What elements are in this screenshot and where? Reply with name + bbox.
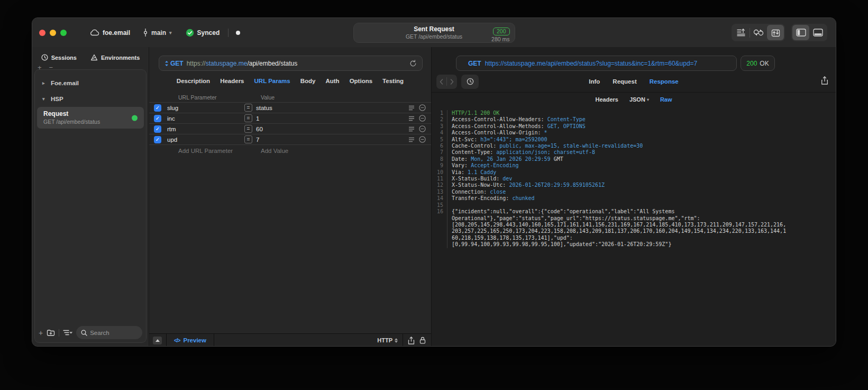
tab-environments[interactable]: Environments [90, 54, 140, 61]
line-number: 9 [432, 162, 447, 169]
tab-url-params[interactable]: URL Params [254, 78, 290, 84]
equals-icon: = [244, 104, 252, 112]
tree-item-label: Foe.email [51, 80, 79, 86]
project-menu[interactable]: foe.email [90, 29, 130, 37]
add-folder-button[interactable] [47, 329, 55, 336]
line-text [447, 202, 452, 208]
code-line: 11X-Status-Build: dev [432, 176, 836, 182]
tree-item-foe-email[interactable]: ▸ Foe.email [35, 76, 146, 90]
param-checkbox[interactable]: ✓ [154, 115, 161, 122]
tab-auth[interactable]: Auth [325, 78, 339, 84]
code-line: [0,99.94,100,99.93,99.98,99.95,100],"upd… [432, 241, 836, 248]
tab-request[interactable]: Request [613, 78, 636, 85]
tree-item-label: HSP [51, 96, 63, 102]
drag-handle-icon[interactable] [408, 126, 415, 132]
remove-param-icon[interactable] [419, 115, 426, 122]
add-value-button[interactable]: Add Value [261, 148, 431, 154]
param-checkbox[interactable]: ✓ [154, 125, 161, 133]
history-button[interactable] [461, 75, 479, 89]
response-tabs: InfoRequestResponse [589, 78, 678, 85]
sort-options-button[interactable] [63, 330, 72, 335]
param-value-field[interactable]: 7 [256, 137, 408, 143]
code-line: 10Via: 1.1 Caddy [432, 169, 836, 176]
drag-handle-icon[interactable] [408, 137, 415, 142]
url-host[interactable]: statuspage.me [206, 60, 248, 67]
tab-testing[interactable]: Testing [382, 78, 404, 84]
sync-status[interactable]: Synced [186, 29, 220, 37]
protocol-selector[interactable]: HTTP [377, 337, 398, 343]
close-window-button[interactable] [39, 30, 45, 36]
line-text: HTTP/1.1 200 OK [447, 110, 499, 116]
tab-body[interactable]: Body [300, 78, 316, 84]
toggle-bottom-panel-button[interactable] [809, 25, 826, 40]
line-text: Connection: close [447, 189, 506, 195]
tab-environments-label: Environments [101, 55, 140, 61]
line-text: Access-Control-Allow-Headers: Content-Ty… [447, 116, 586, 123]
line-number: 11 [432, 176, 447, 182]
tab-headers[interactable]: Headers [220, 78, 244, 84]
line-text: Date: Mon, 26 Jan 2026 20:29:59 GMT [447, 156, 563, 162]
line-number: 16 [432, 208, 447, 215]
param-value-field[interactable]: status [256, 105, 408, 111]
search-input[interactable]: Search [76, 326, 142, 339]
tab-options[interactable]: Options [350, 78, 372, 84]
drag-handle-icon[interactable] [408, 116, 415, 121]
subtab-headers[interactable]: Headers [595, 96, 618, 103]
tab-info[interactable]: Info [589, 78, 600, 85]
remove-param-icon[interactable] [419, 136, 426, 143]
share-request-button[interactable] [408, 337, 415, 344]
import-export-button[interactable] [767, 25, 784, 40]
line-number [432, 235, 447, 241]
forward-button[interactable] [447, 79, 457, 85]
request-method[interactable]: GET [170, 60, 184, 67]
line-number: 10 [432, 169, 447, 176]
response-raw-view: 1HTTP/1.1 200 OK2Access-Control-Allow-He… [432, 110, 836, 248]
line-number [432, 241, 447, 248]
param-checkbox[interactable]: ✓ [154, 104, 161, 112]
add-request-button[interactable]: + [39, 329, 43, 337]
request-footer-bar: </> Preview HTTP [149, 333, 431, 347]
branch-selector[interactable]: main ▾ [143, 29, 172, 37]
export-response-button[interactable] [821, 76, 828, 87]
drag-handle-icon[interactable] [408, 105, 415, 111]
minimize-window-button[interactable] [50, 30, 56, 36]
code-line: 8Date: Mon, 26 Jan 2026 20:29:59 GMT [432, 156, 836, 162]
toggle-sidebar-button[interactable] [792, 25, 809, 40]
lock-button[interactable] [419, 337, 426, 344]
line-number: 15 [432, 202, 447, 208]
project-name: foe.email [103, 29, 130, 37]
add-url-parameter-button[interactable]: Add URL Parameter [149, 148, 261, 154]
request-url-bar[interactable]: GET https://statuspage.me/api/embed/stat… [159, 56, 423, 71]
remove-param-icon[interactable] [419, 125, 426, 132]
session-add-remove[interactable]: +− [38, 64, 60, 71]
line-number [432, 215, 447, 222]
expand-panel-button[interactable] [153, 337, 162, 344]
line-number: 5 [432, 137, 447, 143]
subtab-json[interactable]: JSON▾ [629, 96, 649, 103]
tab-response[interactable]: Response [650, 78, 679, 85]
back-button[interactable] [436, 79, 446, 85]
export-list-icon [737, 29, 746, 37]
param-name-field[interactable]: upd [167, 137, 244, 143]
param-value-field[interactable]: 60 [256, 126, 408, 132]
request-list-item[interactable]: Request GET /api/embed/status [37, 107, 144, 129]
param-value-field[interactable]: 1 [256, 115, 408, 122]
equals-icon: = [244, 135, 252, 143]
tab-description[interactable]: Description [177, 78, 210, 84]
tab-sessions[interactable]: Sessions [41, 54, 77, 61]
param-name-field[interactable]: inc [167, 115, 244, 122]
url-scheme[interactable]: https:// [187, 60, 206, 67]
code-line: 7Content-Type: application/json; charset… [432, 149, 836, 156]
url-path[interactable]: /api/embed/status [247, 60, 297, 67]
param-checkbox[interactable]: ✓ [154, 136, 161, 143]
param-name-field[interactable]: rtm [167, 126, 244, 132]
resend-request-button[interactable] [409, 60, 417, 67]
param-name-field[interactable]: slug [167, 105, 244, 111]
subtab-raw[interactable]: Raw [660, 96, 672, 103]
sync-requests-button[interactable] [750, 25, 767, 40]
remove-param-icon[interactable] [419, 104, 426, 111]
export-list-button[interactable] [733, 25, 750, 40]
preview-button[interactable]: </> Preview [174, 337, 206, 343]
tree-item-hsp[interactable]: ▾ HSP [35, 92, 146, 106]
zoom-window-button[interactable] [60, 30, 67, 36]
